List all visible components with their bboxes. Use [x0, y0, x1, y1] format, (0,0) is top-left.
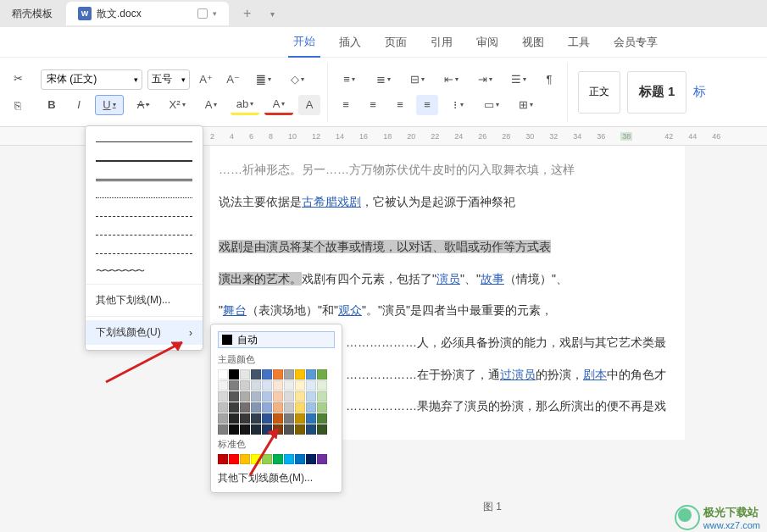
underline-style-dotted[interactable]	[96, 189, 192, 206]
color-swatch[interactable]	[251, 391, 261, 402]
style-normal[interactable]: 正文	[578, 71, 620, 114]
color-swatch[interactable]	[240, 369, 250, 380]
color-swatch[interactable]	[317, 454, 327, 464]
color-swatch[interactable]	[284, 391, 294, 402]
color-swatch[interactable]	[306, 391, 316, 402]
link-story[interactable]: 故事	[481, 272, 504, 285]
menu-insert[interactable]: 插入	[334, 28, 366, 57]
color-swatch[interactable]	[218, 402, 228, 413]
color-swatch[interactable]	[218, 413, 228, 424]
menu-view[interactable]: 视图	[517, 28, 549, 57]
color-swatch[interactable]	[317, 413, 327, 424]
color-swatch[interactable]	[273, 391, 283, 402]
indent-right-icon[interactable]: ⇥	[470, 69, 499, 90]
color-swatch[interactable]	[229, 369, 239, 380]
bold-button[interactable]: B	[41, 95, 63, 115]
color-swatch[interactable]	[229, 424, 239, 435]
color-swatch[interactable]	[295, 413, 305, 424]
color-swatch[interactable]	[262, 369, 272, 380]
link-audience[interactable]: 观众	[338, 303, 362, 317]
color-swatch[interactable]	[229, 391, 239, 402]
color-swatch[interactable]	[306, 454, 316, 464]
menu-page[interactable]: 页面	[380, 28, 412, 57]
menu-member[interactable]: 会员专享	[609, 28, 663, 57]
color-swatch[interactable]	[251, 380, 261, 391]
color-swatch[interactable]	[229, 402, 239, 413]
color-swatch[interactable]	[262, 380, 272, 391]
underline-style-single[interactable]	[96, 133, 192, 150]
menu-tools[interactable]: 工具	[563, 28, 595, 57]
color-swatch[interactable]	[240, 391, 250, 402]
color-swatch[interactable]	[262, 391, 272, 402]
bullet-list-icon[interactable]: ≡	[335, 69, 364, 90]
color-swatch[interactable]	[240, 380, 250, 391]
color-swatch[interactable]	[273, 380, 283, 391]
line-spacing-icon[interactable]: ⫶	[443, 95, 472, 115]
italic-button[interactable]: I	[68, 95, 90, 115]
underline-style-double[interactable]	[96, 170, 192, 187]
font-name-select[interactable]: 宋体 (正文)▾	[41, 69, 142, 90]
color-swatch[interactable]	[295, 380, 305, 391]
window-icon[interactable]	[197, 8, 208, 19]
color-swatch[interactable]	[218, 369, 228, 380]
indent-left-icon[interactable]: ⇤	[436, 69, 465, 90]
underline-style-dash-dot[interactable]	[96, 245, 192, 262]
font-size-select[interactable]: 五号▾	[147, 69, 190, 90]
superscript-button[interactable]: X²	[163, 95, 192, 115]
copy-icon[interactable]: ⎘	[7, 96, 29, 116]
multilevel-list-icon[interactable]: ⊟	[403, 69, 431, 90]
font-color-button[interactable]: A	[264, 95, 293, 115]
tab-document[interactable]: W 散文.docx ▾	[66, 2, 229, 25]
change-case-icon[interactable]: ䷀	[249, 69, 278, 90]
align-right-icon[interactable]: ≡	[389, 95, 411, 115]
style-more[interactable]: 标	[693, 84, 706, 100]
tab-chevron-icon[interactable]: ▾	[213, 9, 217, 18]
tab-templates[interactable]: 稻壳模板	[0, 2, 64, 25]
color-auto[interactable]: 自动	[218, 331, 335, 348]
color-swatch[interactable]	[306, 424, 316, 435]
color-swatch[interactable]	[295, 369, 305, 380]
align-justify-icon[interactable]: ≡	[416, 95, 438, 115]
clear-format-icon[interactable]: ◇	[283, 69, 312, 90]
color-swatch[interactable]	[273, 369, 283, 380]
link-script[interactable]: 剧本	[583, 368, 607, 381]
color-swatch[interactable]	[306, 369, 316, 380]
color-swatch[interactable]	[284, 402, 294, 413]
color-swatch[interactable]	[295, 391, 305, 402]
underline-style-wave[interactable]	[96, 263, 192, 280]
color-swatch[interactable]	[306, 402, 316, 413]
menu-review[interactable]: 审阅	[471, 28, 503, 57]
strike-button[interactable]: A	[129, 95, 158, 115]
color-swatch[interactable]	[262, 402, 272, 413]
color-swatch[interactable]	[284, 369, 294, 380]
color-swatch[interactable]	[306, 413, 316, 424]
sort-icon[interactable]: ☰	[504, 69, 533, 90]
decrease-font-icon[interactable]: A⁻	[222, 69, 244, 90]
highlight-button[interactable]: ab	[231, 95, 259, 115]
link-stage[interactable]: 舞台	[223, 303, 247, 317]
color-swatch[interactable]	[251, 369, 261, 380]
color-swatch[interactable]	[251, 402, 261, 413]
underline-style-dashed[interactable]	[96, 208, 192, 224]
color-swatch[interactable]	[317, 424, 327, 435]
add-tab-button[interactable]: +	[239, 5, 256, 22]
color-swatch[interactable]	[284, 380, 294, 391]
underline-style-long-dash[interactable]	[96, 226, 192, 243]
cut-icon[interactable]: ✂	[7, 69, 29, 89]
font-style-a-button[interactable]: A	[197, 95, 225, 115]
color-swatch[interactable]	[317, 369, 327, 380]
color-swatch[interactable]	[229, 380, 239, 391]
tab-overflow-icon[interactable]: ▾	[264, 5, 281, 22]
color-swatch[interactable]	[229, 454, 239, 464]
link-through-actor[interactable]: 过演员	[500, 368, 536, 381]
menu-reference[interactable]: 引用	[425, 28, 458, 57]
color-swatch[interactable]	[295, 454, 305, 464]
align-center-icon[interactable]: ≡	[362, 95, 384, 115]
color-swatch[interactable]	[317, 391, 327, 402]
underline-style-thick[interactable]	[96, 152, 192, 169]
shading-icon[interactable]: ▭	[477, 95, 506, 115]
link-actor[interactable]: 演员	[436, 272, 460, 285]
underline-button[interactable]: U	[95, 95, 124, 115]
color-swatch[interactable]	[240, 402, 250, 413]
increase-font-icon[interactable]: A⁺	[195, 69, 217, 90]
